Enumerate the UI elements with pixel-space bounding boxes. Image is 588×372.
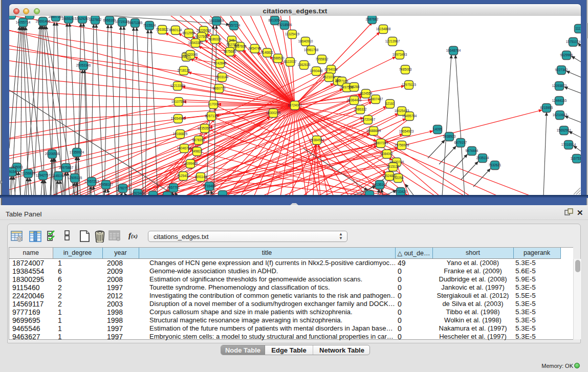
- svg-text:1145194: 1145194: [52, 174, 65, 178]
- svg-text:417006: 417006: [208, 102, 219, 106]
- svg-text:3875685: 3875685: [224, 50, 236, 53]
- svg-text:16154808: 16154808: [376, 27, 391, 31]
- svg-text:18300295: 18300295: [266, 111, 281, 115]
- svg-text:1117: 1117: [575, 27, 581, 30]
- svg-text:18724007: 18724007: [288, 103, 302, 107]
- svg-text:19384554: 19384554: [310, 138, 324, 142]
- svg-text:5938923: 5938923: [443, 135, 456, 138]
- svg-text:9146821: 9146821: [261, 51, 274, 54]
- svg-text:10961758: 10961758: [304, 48, 319, 52]
- svg-text:8454749: 8454749: [249, 47, 262, 50]
- svg-text:19166825: 19166825: [173, 132, 188, 136]
- svg-text:15720407: 15720407: [361, 118, 376, 121]
- svg-text:16671385: 16671385: [128, 21, 143, 25]
- svg-text:12505135: 12505135: [68, 176, 82, 180]
- svg-text:12213389: 12213389: [170, 84, 185, 87]
- svg-text:9327505: 9327505: [195, 35, 208, 38]
- svg-text:7632621: 7632621: [489, 163, 502, 167]
- svg-text:2687682: 2687682: [366, 17, 379, 21]
- svg-text:20364436: 20364436: [347, 98, 362, 102]
- svg-text:15692901: 15692901: [557, 128, 572, 132]
- svg-text:8186328: 8186328: [209, 37, 222, 41]
- svg-text:1815132: 1815132: [387, 165, 400, 168]
- svg-text:9777169: 9777169: [336, 79, 349, 83]
- svg-text:2935114: 2935114: [476, 156, 489, 160]
- svg-text:6966160: 6966160: [103, 18, 116, 22]
- svg-text:6479197: 6479197: [454, 141, 467, 144]
- svg-text:10120746: 10120746: [389, 160, 404, 164]
- svg-text:12975115: 12975115: [402, 83, 416, 86]
- svg-text:1588520: 1588520: [272, 56, 285, 60]
- svg-text:8960124: 8960124: [169, 28, 182, 32]
- svg-text:12923448: 12923448: [130, 191, 145, 195]
- svg-text:17957253: 17957253: [84, 180, 99, 183]
- svg-text:9474444: 9474444: [466, 149, 478, 152]
- svg-text:30975867: 30975867: [59, 166, 74, 169]
- svg-text:9457791: 9457791: [167, 186, 180, 189]
- svg-text:8267130: 8267130: [205, 114, 218, 118]
- svg-text:2718126: 2718126: [178, 69, 190, 72]
- svg-text:10688609: 10688609: [366, 129, 381, 133]
- svg-text:16210643: 16210643: [553, 113, 568, 117]
- svg-text:15495784: 15495784: [402, 114, 417, 118]
- svg-text:7515524: 7515524: [143, 24, 156, 27]
- svg-text:19756928: 19756928: [395, 143, 409, 147]
- svg-text:3624554: 3624554: [360, 92, 373, 95]
- svg-text:10025433: 10025433: [395, 109, 409, 113]
- svg-text:11325419: 11325419: [285, 32, 299, 36]
- svg-text:16648784: 16648784: [446, 49, 461, 52]
- svg-text:22420046: 22420046: [183, 53, 198, 56]
- svg-text:6794028: 6794028: [325, 68, 338, 71]
- svg-text:1535061: 1535061: [11, 165, 24, 169]
- svg-text:5878354: 5878354: [192, 138, 205, 142]
- svg-text:9860773: 9860773: [213, 86, 226, 90]
- svg-text:2803144: 2803144: [216, 75, 229, 79]
- svg-text:1527602: 1527602: [89, 18, 102, 21]
- svg-text:7357224: 7357224: [228, 24, 241, 27]
- svg-text:8215955: 8215955: [540, 106, 553, 110]
- svg-text:12353594: 12353594: [198, 126, 212, 130]
- svg-text:10807487: 10807487: [368, 97, 383, 101]
- svg-text:19654923: 19654923: [399, 129, 414, 133]
- svg-text:19654985: 19654985: [171, 117, 186, 120]
- svg-text:62160: 62160: [385, 102, 395, 105]
- svg-text:9227342: 9227342: [555, 68, 568, 72]
- svg-text:16782759: 16782759: [116, 186, 130, 190]
- svg-text:14136141: 14136141: [373, 183, 387, 186]
- svg-text:7955812: 7955812: [316, 57, 329, 61]
- svg-text:12942757: 12942757: [36, 173, 51, 177]
- svg-text:19218506: 19218506: [277, 23, 292, 27]
- svg-text:9242848: 9242848: [214, 61, 227, 65]
- svg-text:15529267: 15529267: [75, 17, 90, 20]
- svg-text:20206536: 20206536: [45, 152, 60, 156]
- svg-text:1362615: 1362615: [298, 63, 311, 67]
- svg-text:29053346: 29053346: [76, 63, 91, 67]
- svg-text:349822: 349822: [191, 149, 203, 153]
- svg-text:8322037: 8322037: [284, 60, 297, 63]
- svg-text:7663822: 7663822: [156, 28, 169, 31]
- svg-text:18807249: 18807249: [374, 141, 388, 145]
- svg-text:8813054: 8813054: [269, 18, 281, 22]
- svg-text:7625402: 7625402: [177, 174, 190, 178]
- svg-text:7986322: 7986322: [354, 107, 367, 111]
- svg-text:546: 546: [229, 38, 235, 42]
- svg-text:10107553: 10107553: [171, 100, 186, 103]
- svg-text:16046786: 16046786: [177, 146, 192, 150]
- svg-text:1691144: 1691144: [194, 175, 207, 179]
- svg-text:9084067: 9084067: [381, 152, 394, 156]
- svg-text:2867608: 2867608: [234, 45, 247, 48]
- svg-text:18640910: 18640910: [298, 39, 313, 43]
- svg-text:15751074: 15751074: [566, 40, 581, 43]
- svg-text:8912954: 8912954: [183, 31, 195, 35]
- svg-text:1733426: 1733426: [395, 190, 407, 193]
- svg-text:10655267: 10655267: [61, 17, 76, 20]
- svg-text:10958167: 10958167: [99, 183, 114, 186]
- svg-text:16543382: 16543382: [188, 41, 203, 45]
- svg-text:1167534: 1167534: [571, 157, 581, 160]
- svg-text:12093873: 12093873: [552, 84, 567, 87]
- svg-text:39154: 39154: [9, 170, 16, 173]
- svg-text:252254: 252254: [393, 176, 404, 180]
- svg-text:16033809: 16033809: [209, 19, 224, 23]
- svg-text:7485063: 7485063: [399, 68, 412, 71]
- svg-text:12213967: 12213967: [385, 39, 400, 43]
